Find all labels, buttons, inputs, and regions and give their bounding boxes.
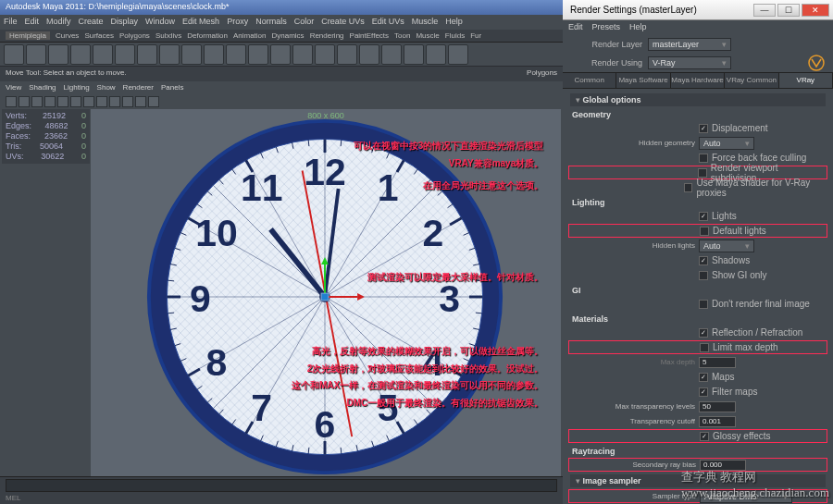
checkbox-glossy-effects[interactable] bbox=[700, 432, 709, 441]
maximize-button[interactable]: ☐ bbox=[777, 4, 800, 17]
main-menubar[interactable]: FileEditModifyCreateDisplayWindowEdit Me… bbox=[0, 15, 563, 30]
menu-edit[interactable]: Edit bbox=[25, 17, 40, 26]
vp-menu-panels[interactable]: Panels bbox=[161, 83, 183, 92]
shelf-icon[interactable] bbox=[315, 44, 335, 65]
shelf-icon[interactable] bbox=[204, 44, 224, 65]
max-transp-input[interactable] bbox=[699, 401, 736, 412]
tab-maya-software[interactable]: Maya Software bbox=[616, 73, 670, 88]
shelf-tabs[interactable]: HemiplegiaCurvesSurfacesPolygonsSubdivsD… bbox=[0, 30, 563, 43]
menu-proxy[interactable]: Proxy bbox=[227, 17, 248, 26]
shelf-tab-polygons[interactable]: Polygons bbox=[119, 31, 150, 40]
rs-menu-presets[interactable]: Presets bbox=[592, 22, 621, 31]
tab-maya-hardware[interactable]: Maya Hardware bbox=[671, 73, 725, 88]
shelf-tab-subdivs[interactable]: Subdivs bbox=[155, 31, 181, 40]
shelf-tab-deformation[interactable]: Deformation bbox=[187, 31, 228, 40]
shelf-tab-toon[interactable]: Toon bbox=[394, 31, 410, 40]
shelf-tab-muscle2[interactable]: Muscle bbox=[416, 31, 439, 40]
vp-icon[interactable] bbox=[44, 96, 56, 107]
menu-create[interactable]: Create bbox=[79, 17, 104, 26]
shelf-icon[interactable] bbox=[93, 44, 113, 65]
menu-edituvs[interactable]: Edit UVs bbox=[372, 17, 404, 26]
menu-modify[interactable]: Modify bbox=[46, 17, 71, 26]
shelf-icon[interactable] bbox=[159, 44, 180, 65]
vp-icon[interactable] bbox=[57, 96, 68, 107]
close-button[interactable]: ✕ bbox=[802, 4, 829, 17]
menu-display[interactable]: Display bbox=[111, 17, 139, 26]
shelf-icon[interactable] bbox=[70, 44, 91, 65]
checkbox-viewport-subdiv[interactable] bbox=[698, 168, 707, 178]
checkbox-dont-render-final[interactable] bbox=[699, 300, 708, 309]
section-global-options[interactable]: Global options bbox=[570, 93, 826, 106]
rs-tabs[interactable]: Common Maya Software Maya Hardware VRay … bbox=[563, 72, 833, 89]
menu-editmesh[interactable]: Edit Mesh bbox=[182, 17, 219, 26]
vp-icon[interactable] bbox=[96, 96, 107, 107]
shelf-icon[interactable] bbox=[4, 44, 24, 65]
shelf-icon[interactable] bbox=[48, 44, 68, 65]
checkbox-limit-max-depth[interactable] bbox=[700, 343, 709, 352]
vp-icon[interactable] bbox=[31, 96, 43, 107]
checkbox-displacement[interactable] bbox=[699, 124, 708, 133]
menu-window[interactable]: Window bbox=[145, 17, 175, 26]
tab-common[interactable]: Common bbox=[563, 73, 616, 88]
vp-menu-view[interactable]: View bbox=[6, 83, 21, 92]
shelf-icon[interactable] bbox=[115, 44, 135, 65]
menu-help[interactable]: Help bbox=[445, 17, 463, 26]
checkbox-lights[interactable] bbox=[699, 212, 708, 221]
rs-body-scroll[interactable]: Global options Geometry Displacement Hid… bbox=[563, 89, 833, 503]
checkbox-refl-refr[interactable] bbox=[699, 328, 708, 338]
shelf-icon[interactable] bbox=[270, 44, 291, 65]
shelf-icon[interactable] bbox=[337, 44, 357, 65]
rs-menubar[interactable]: EditPresetsHelp bbox=[563, 20, 833, 35]
tab-vray[interactable]: VRay bbox=[779, 73, 833, 88]
rs-menu-edit[interactable]: Edit bbox=[568, 22, 583, 31]
time-slider[interactable]: MEL bbox=[0, 476, 563, 504]
menu-color[interactable]: Color bbox=[294, 17, 315, 26]
shelf-buttons[interactable] bbox=[0, 43, 563, 67]
shelf-icon[interactable] bbox=[359, 44, 379, 65]
shelf-tab-hemiplegia[interactable]: Hemiplegia bbox=[6, 31, 50, 40]
shelf-tab-animation[interactable]: Animation bbox=[233, 31, 267, 40]
checkbox-filter-maps[interactable] bbox=[699, 387, 708, 397]
shelf-icon[interactable] bbox=[381, 44, 402, 65]
menu-normals[interactable]: Normals bbox=[255, 17, 287, 26]
hidden-geometry-select[interactable]: Auto bbox=[699, 137, 754, 150]
vp-icon[interactable] bbox=[109, 96, 120, 107]
render-using-select[interactable]: V-Ray bbox=[648, 56, 731, 69]
vp-menu-renderer[interactable]: Renderer bbox=[123, 83, 154, 92]
render-settings-window[interactable]: Render Settings (masterLayer) — ☐ ✕ Edit… bbox=[563, 0, 833, 504]
checkbox-gi-only[interactable] bbox=[699, 271, 708, 280]
checkbox-maps[interactable] bbox=[699, 373, 708, 382]
vp-icon[interactable] bbox=[148, 96, 159, 107]
shelf-icon[interactable] bbox=[226, 44, 246, 65]
shelf-tab-surfaces[interactable]: Surfaces bbox=[84, 31, 114, 40]
vp-icon[interactable] bbox=[6, 96, 17, 107]
vp-menu-lighting[interactable]: Lighting bbox=[64, 83, 90, 92]
render-layer-select[interactable]: masterLayer bbox=[648, 38, 731, 51]
cmdline-lang[interactable]: MEL bbox=[6, 494, 20, 502]
shelf-icon[interactable] bbox=[426, 44, 446, 65]
transp-cutoff-input[interactable] bbox=[699, 416, 736, 427]
menu-createuvs[interactable]: Create UVs bbox=[321, 17, 365, 26]
vp-icon[interactable] bbox=[122, 96, 133, 107]
shelf-tab-curves[interactable]: Curves bbox=[56, 31, 79, 40]
rs-menu-help[interactable]: Help bbox=[629, 22, 647, 31]
shelf-icon[interactable] bbox=[26, 44, 46, 65]
menu-muscle[interactable]: Muscle bbox=[412, 17, 439, 26]
menu-file[interactable]: File bbox=[4, 17, 18, 26]
time-track[interactable] bbox=[6, 479, 557, 492]
shelf-icon[interactable] bbox=[181, 44, 202, 65]
rs-titlebar[interactable]: Render Settings (masterLayer) — ☐ ✕ bbox=[563, 0, 833, 20]
vp-menu-show[interactable]: Show bbox=[97, 83, 116, 92]
vp-icon[interactable] bbox=[83, 96, 94, 107]
checkbox-force-backface[interactable] bbox=[699, 154, 708, 163]
shelf-icon[interactable] bbox=[292, 44, 313, 65]
hidden-lights-select[interactable]: Auto bbox=[699, 240, 754, 252]
shelf-tab-fluids[interactable]: Fluids bbox=[445, 31, 465, 40]
checkbox-use-maya-shader[interactable] bbox=[684, 183, 692, 192]
shelf-icon[interactable] bbox=[248, 44, 268, 65]
checkbox-default-lights[interactable] bbox=[700, 227, 709, 236]
minimize-button[interactable]: — bbox=[753, 4, 776, 17]
shelf-icon[interactable] bbox=[448, 44, 468, 65]
shelf-icon[interactable] bbox=[137, 44, 157, 65]
vp-icon[interactable] bbox=[135, 96, 146, 107]
